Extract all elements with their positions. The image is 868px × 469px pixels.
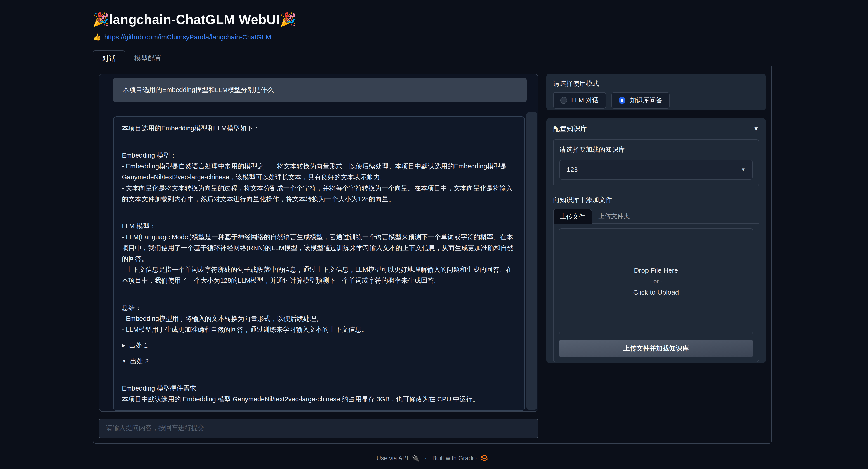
tab-upload-folder[interactable]: 上传文件夹 bbox=[592, 209, 636, 224]
question-input[interactable]: 请输入提问内容，按回车进行提交 bbox=[99, 418, 538, 438]
drop-line-1: Drop File Here bbox=[634, 267, 678, 274]
upload-tabbar-filler bbox=[636, 209, 759, 224]
file-drop-area[interactable]: Drop File Here - or - Click to Upload bbox=[559, 228, 753, 334]
source-2-body: 本项目中默认选用的 Embedding 模型 GanymedeNil/text2… bbox=[122, 394, 516, 405]
drop-line-3: Click to Upload bbox=[633, 289, 679, 296]
settings-column: 请选择使用模式 LLM 对话 知识库问答 配置知识库 bbox=[546, 74, 766, 363]
bot-paragraph bbox=[122, 286, 516, 302]
bot-paragraph: - 文本向量化是将文本转换为向量的过程，将文本分割成一个个字符，并将每个字符转换… bbox=[122, 183, 516, 204]
radio-knowledge-qa-label: 知识库问答 bbox=[629, 96, 662, 105]
bot-message: 本项目选用的Embedding模型和LLM模型如下： Embedding 模型：… bbox=[113, 116, 525, 411]
page-title: 🎉langchain-ChatGLM WebUI🎉 bbox=[93, 12, 772, 27]
kb-accordion-header[interactable]: 配置知识库 ▼ bbox=[553, 124, 759, 134]
bot-paragraph: - LLM模型用于生成更加准确和自然的回答，通过训练来学习输入文本的上下文信息。 bbox=[122, 324, 516, 335]
mode-label: 请选择使用模式 bbox=[553, 79, 759, 88]
main-tabbar: 对话 模型配置 bbox=[93, 51, 772, 66]
bot-paragraph: - Embedding模型是自然语言处理中常用的模型之一，将文本转换为向量形式，… bbox=[122, 161, 516, 182]
bot-paragraph: - 上下文信息是指一个单词或字符所处的句子或段落中的信息，通过上下文信息，LLM… bbox=[122, 264, 516, 286]
bot-paragraph: 总结： bbox=[122, 302, 516, 313]
upload-and-load-kb-button[interactable]: 上传文件并加载知识库 bbox=[559, 340, 753, 357]
question-input-placeholder: 请输入提问内容，按回车进行提交 bbox=[106, 424, 204, 432]
bot-paragraph: Embedding 模型： bbox=[122, 150, 516, 161]
chat-column: 本项目选用的Embedding模型和LLM模型分别是什么 本项目选用的Embed… bbox=[99, 74, 538, 438]
kb-accordion-title: 配置知识库 bbox=[553, 124, 587, 134]
kb-select-box: 请选择要加载的知识库 123 ▼ bbox=[553, 139, 759, 186]
accordion-caret-icon: ▼ bbox=[753, 125, 759, 132]
kb-add-files-label: 向知识库中添加文件 bbox=[553, 195, 759, 204]
mode-radio-group: LLM 对话 知识库问答 bbox=[553, 92, 759, 109]
tab-model-config[interactable]: 模型配置 bbox=[125, 51, 170, 66]
chat-tab-content: 本项目选用的Embedding模型和LLM模型分别是什么 本项目选用的Embed… bbox=[93, 66, 772, 444]
radio-knowledge-qa[interactable]: 知识库问答 bbox=[612, 92, 670, 109]
tabbar-filler bbox=[170, 51, 772, 66]
upload-block: 上传文件 上传文件夹 Drop File Here - or - Click t… bbox=[553, 209, 759, 362]
github-link-row: 👍 https://github.com/imClumsyPanda/langc… bbox=[93, 33, 772, 41]
bot-paragraph: LLM 模型： bbox=[122, 221, 516, 232]
bot-paragraph bbox=[122, 204, 516, 221]
drop-line-2: - or - bbox=[650, 278, 662, 285]
use-via-api-link[interactable]: Use via API bbox=[377, 455, 408, 462]
bot-paragraph: 本项目选用的Embedding模型和LLM模型如下： bbox=[122, 123, 516, 134]
plug-icon: 🔌 bbox=[412, 455, 420, 462]
kb-dropdown-value: 123 bbox=[567, 166, 578, 173]
radio-unselected-icon bbox=[560, 97, 567, 104]
footer: Use via API 🔌 · Built with Gradio bbox=[93, 454, 772, 462]
knowledge-base-panel: 配置知识库 ▼ 请选择要加载的知识库 123 ▼ 向知识库中添加文件 上传文 bbox=[546, 118, 766, 363]
kb-select-label: 请选择要加载的知识库 bbox=[559, 145, 753, 154]
upload-tab-content: Drop File Here - or - Click to Upload 上传… bbox=[553, 224, 759, 362]
chatbot-scrollbar[interactable] bbox=[526, 112, 537, 410]
upload-tabbar: 上传文件 上传文件夹 bbox=[553, 209, 759, 224]
tab-upload-file[interactable]: 上传文件 bbox=[553, 209, 592, 224]
radio-llm-chat-label: LLM 对话 bbox=[571, 96, 599, 105]
source-1-label: 出处 1 bbox=[129, 340, 148, 351]
source-2-toggle[interactable]: ▼ 出处 2 bbox=[122, 356, 516, 367]
kb-dropdown[interactable]: 123 ▼ bbox=[559, 160, 753, 180]
tab-chat[interactable]: 对话 bbox=[93, 51, 125, 66]
thumbs-up-icon: 👍 bbox=[93, 33, 101, 41]
github-link[interactable]: https://github.com/imClumsyPanda/langcha… bbox=[104, 33, 271, 41]
dropdown-caret-icon: ▼ bbox=[741, 167, 745, 172]
collapsed-caret-icon: ▶ bbox=[122, 342, 125, 349]
chatbot: 本项目选用的Embedding模型和LLM模型分别是什么 本项目选用的Embed… bbox=[99, 74, 538, 412]
built-with-gradio-link[interactable]: Built with Gradio bbox=[432, 455, 477, 462]
user-message-text: 本项目选用的Embedding模型和LLM模型分别是什么 bbox=[123, 86, 274, 94]
app-container: 🎉langchain-ChatGLM WebUI🎉 👍 https://gith… bbox=[93, 0, 772, 462]
expanded-caret-icon: ▼ bbox=[122, 357, 127, 365]
bot-paragraph: - Embedding模型用于将输入的文本转换为向量形式，以便后续处理。 bbox=[122, 313, 516, 324]
radio-selected-icon bbox=[619, 97, 625, 104]
bot-paragraph bbox=[122, 367, 516, 383]
source-2-title: Embedding 模型硬件需求 bbox=[122, 383, 516, 394]
radio-llm-chat[interactable]: LLM 对话 bbox=[553, 92, 606, 109]
mode-panel: 请选择使用模式 LLM 对话 知识库问答 bbox=[546, 74, 766, 110]
source-1-toggle[interactable]: ▶ 出处 1 bbox=[122, 340, 516, 351]
footer-separator: · bbox=[425, 455, 427, 462]
gradio-logo-icon bbox=[480, 454, 488, 462]
source-2-label: 出处 2 bbox=[130, 356, 149, 367]
bot-paragraph: - LLM(Language Model)模型是一种基于神经网络的自然语言生成模… bbox=[122, 232, 516, 264]
bot-paragraph bbox=[122, 134, 516, 150]
user-message: 本项目选用的Embedding模型和LLM模型分别是什么 bbox=[113, 78, 527, 102]
